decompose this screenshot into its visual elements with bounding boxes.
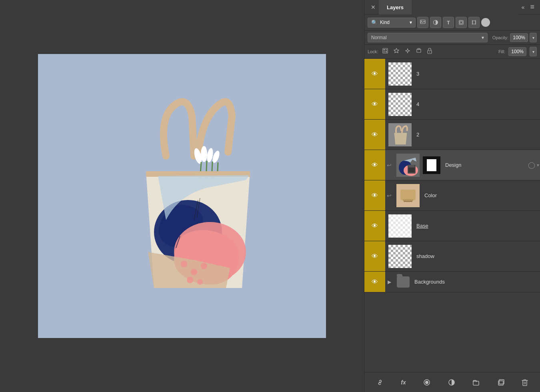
layer-thumbnail: [396, 154, 420, 177]
layer-name: Design: [444, 162, 527, 168]
svg-point-11: [181, 261, 187, 267]
layer-name: Base: [415, 223, 540, 229]
lock-pixels-button[interactable]: [381, 47, 389, 56]
layer-row[interactable]: 👁 3: [364, 59, 540, 89]
fill-value[interactable]: 100%: [508, 47, 526, 56]
design-expand-icon[interactable]: ▾: [536, 162, 540, 168]
artboard-filter-button[interactable]: [468, 17, 480, 28]
kind-label: Kind: [380, 20, 390, 25]
lock-position-button[interactable]: [404, 47, 412, 56]
eye-icon: 👁: [372, 131, 378, 138]
adjustment-button[interactable]: [445, 377, 458, 388]
indent-arrow-icon: ↩: [385, 162, 393, 168]
group-button[interactable]: [469, 377, 483, 388]
layer-thumbnail: [388, 62, 412, 86]
layer-visibility-toggle[interactable]: 👁: [364, 59, 385, 89]
layer-thumbnail: [388, 93, 412, 116]
kind-dropdown-arrow: ▾: [410, 20, 412, 25]
svg-point-13: [201, 263, 207, 269]
layer-visibility-toggle[interactable]: 👁: [364, 211, 385, 241]
panel-collapse-button[interactable]: «: [518, 2, 528, 12]
layer-row[interactable]: 👁 4: [364, 89, 540, 120]
svg-rect-24: [472, 21, 476, 24]
svg-point-52: [425, 381, 428, 384]
mask-button[interactable]: [420, 377, 434, 388]
layer-mask-thumbnail: [423, 156, 440, 174]
lock-all-button[interactable]: [426, 47, 433, 56]
layer-visibility-toggle[interactable]: 👁: [364, 180, 385, 210]
design-circle-icon[interactable]: ◯: [527, 161, 536, 169]
opacity-dropdown-arrow[interactable]: ▾: [530, 33, 537, 42]
svg-point-40: [429, 52, 430, 52]
layer-row[interactable]: 👁 shadow: [364, 241, 540, 272]
delete-layer-button[interactable]: [518, 377, 531, 388]
lock-fill-row: Lock: Fill: 100% ▾: [364, 45, 540, 59]
kind-dropdown[interactable]: 🔍 Kind ▾: [368, 18, 416, 28]
layer-thumbnail: [388, 245, 412, 268]
svg-point-32: [407, 50, 409, 52]
svg-rect-23: [460, 21, 462, 24]
mode-opacity-row: Normal ▾ Opacity: 100% ▾: [364, 31, 540, 45]
layer-visibility-toggle[interactable]: 👁: [364, 89, 385, 119]
eye-icon: 👁: [372, 192, 378, 199]
svg-point-14: [187, 277, 193, 283]
eye-icon: 👁: [372, 222, 378, 230]
indent-arrow-icon: ↩: [385, 192, 393, 199]
layer-row[interactable]: 👁 ↩ Color: [364, 180, 540, 211]
layer-row[interactable]: 👁 ↩ Design: [364, 150, 540, 180]
layer-visibility-toggle[interactable]: 👁: [364, 241, 385, 271]
svg-rect-30: [384, 51, 385, 52]
eye-icon: 👁: [372, 253, 378, 260]
adjustment-filter-button[interactable]: [430, 17, 441, 28]
filter-circle-button[interactable]: [481, 18, 490, 27]
layer-row[interactable]: 👁 Base: [364, 211, 540, 241]
layer-row[interactable]: 👁 2: [364, 120, 540, 150]
mask-white-area: [427, 159, 436, 171]
layer-thumbnail: [388, 123, 412, 146]
link-layers-button[interactable]: [373, 377, 387, 388]
fx-button[interactable]: fx: [398, 377, 409, 388]
opacity-control: Opacity: 100% ▾: [489, 33, 537, 42]
svg-point-15: [197, 279, 203, 285]
svg-rect-50: [404, 201, 412, 202]
eye-icon: 👁: [372, 162, 378, 169]
opacity-label: Opacity:: [492, 35, 508, 40]
new-layer-button[interactable]: [494, 377, 508, 388]
layers-panel: ✕ Layers « ≡ 🔍 Kind ▾ T Nor: [364, 0, 540, 392]
eye-icon: 👁: [372, 278, 378, 286]
eye-icon: 👁: [372, 101, 378, 108]
svg-point-1: [201, 146, 207, 162]
group-folder-icon: [397, 276, 410, 288]
svg-rect-46: [408, 168, 415, 172]
lock-image-button[interactable]: [392, 47, 400, 56]
svg-rect-48: [400, 190, 416, 200]
layers-toolbar: fx: [364, 372, 540, 392]
svg-point-12: [191, 269, 197, 275]
search-icon: 🔍: [371, 20, 378, 26]
layer-thumbnail: [396, 184, 420, 207]
panel-menu-button[interactable]: ≡: [528, 1, 537, 13]
canvas-area: [0, 0, 364, 392]
layers-tab[interactable]: Layers: [379, 0, 412, 15]
image-filter-button[interactable]: [417, 17, 428, 28]
filter-row: 🔍 Kind ▾ T: [364, 14, 540, 31]
group-expand-icon[interactable]: ▶: [385, 279, 394, 285]
layer-visibility-toggle[interactable]: 👁: [364, 272, 385, 292]
fill-dropdown-arrow[interactable]: ▾: [530, 47, 537, 56]
canvas-frame: [38, 54, 326, 338]
opacity-value[interactable]: 100%: [510, 33, 528, 42]
panel-close-button[interactable]: ✕: [368, 2, 379, 12]
group-name: Backgrounds: [413, 279, 540, 285]
lock-artboard-button[interactable]: [415, 47, 423, 56]
layer-name: 2: [415, 132, 540, 138]
shape-filter-button[interactable]: [456, 17, 467, 28]
fill-label: Fill:: [498, 49, 505, 54]
blend-mode-dropdown[interactable]: Normal ▾: [368, 33, 488, 42]
svg-rect-31: [386, 51, 387, 52]
layer-visibility-toggle[interactable]: 👁: [364, 150, 385, 180]
text-filter-button[interactable]: T: [443, 17, 454, 28]
blend-mode-value: Normal: [371, 35, 387, 40]
layer-visibility-toggle[interactable]: 👁: [364, 120, 385, 150]
group-layer-row[interactable]: 👁 ▶ Backgrounds: [364, 272, 540, 292]
layer-name: 3: [415, 71, 540, 77]
